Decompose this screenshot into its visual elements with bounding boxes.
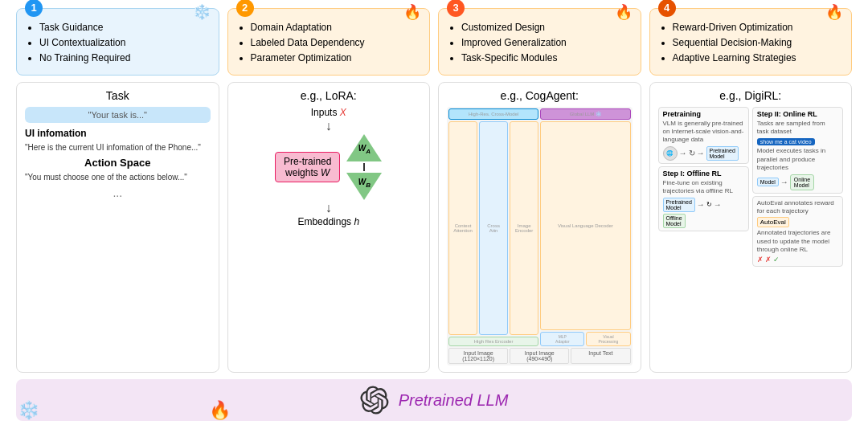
digirl-step2-section: Step II: Online RL Tasks are sampled fro… xyxy=(752,107,843,194)
snowflake-icon: ❄️ xyxy=(193,1,211,24)
card2-item1: Domain Adaptation xyxy=(251,20,420,35)
mid-card-task: Task "Your task is..." UI infomation "He… xyxy=(16,82,219,373)
cog-left-col: High-Res. Cross-Model ContextAttention C… xyxy=(448,108,538,346)
top-row: 1 ❄️ Task Guidance UI Contextualization … xyxy=(16,8,852,76)
cog-modules-row: ContextAttention CrossAttn ImageEncoder xyxy=(448,121,538,335)
cog-vis-proc: VisualProcessing xyxy=(586,332,630,346)
digirl-autoeval-text: AutoEval annotates reward for each traje… xyxy=(757,199,838,216)
digirl-right-col: Step II: Online RL Tasks are sampled fro… xyxy=(752,107,843,366)
card4-item3: Adaptive Learning Strategies xyxy=(673,51,842,66)
lora-vertical-line xyxy=(363,163,365,171)
digirl-offline-chain: ↻ xyxy=(706,201,712,208)
card3-item2: Improved Generalization xyxy=(461,35,631,51)
lora-wa-label: WA xyxy=(358,144,371,155)
cogagent-diagram: High-Res. Cross-Model ContextAttention C… xyxy=(447,107,633,366)
lora-diagram: Inputs X ↓ Pre-trainedweights W xyxy=(236,107,422,227)
digirl-step2-model: Model xyxy=(757,178,779,186)
digirl-pretraining-text: VLM is generally pre-trained on Internet… xyxy=(663,120,744,145)
digirl-step2-flow: Model → OnlineModel xyxy=(757,174,838,190)
cog-hires-box: High-Res. Cross-Model xyxy=(448,108,538,120)
lora-embeddings: Embeddings h xyxy=(297,216,359,227)
digirl-chain: ↻ xyxy=(689,149,695,157)
bottom-row: Pretrained LLM xyxy=(16,379,852,421)
digirl-offline-model: OfflineModel xyxy=(663,214,686,228)
fire-icon-2: 🔥 xyxy=(403,1,421,24)
cog-module2: CrossAttn xyxy=(479,121,508,335)
fire-icon-3: 🔥 xyxy=(615,1,633,24)
digirl-pretrain-flow: 🌐 → ↻ → PretrainedModel xyxy=(663,146,744,161)
digirl-step2b-text: Model executes tasks in parallel and pro… xyxy=(757,147,838,172)
cog-module3: ImageEncoder xyxy=(510,121,538,335)
mid-card-digirl: e.g., DigiRL: Pretraining VLM is general… xyxy=(649,82,853,373)
digirl-online-model-box: OnlineModel xyxy=(790,174,814,190)
top-card-4: 4 🔥 Reward-Driven Optimization Sequentia… xyxy=(649,8,853,76)
mid-card-lora: e.g., LoRA: Inputs X ↓ Pre-trainedweight… xyxy=(227,82,431,373)
mid-card-cogagent-title: e.g., CogAgent: xyxy=(501,89,579,102)
top-card-1: 1 ❄️ Task Guidance UI Contextualization … xyxy=(16,8,219,76)
lora-wb-label: WB xyxy=(358,178,371,189)
action-text: "You must choose one of the actions belo… xyxy=(25,172,211,183)
card3-item3: Task-Specific Modules xyxy=(461,51,631,66)
cog-label2: Input Image (490×490) xyxy=(510,348,569,364)
digirl-step1-title: Step I: Offline RL xyxy=(663,170,744,178)
lora-pretrained-box: Pre-trainedweights W xyxy=(275,152,340,182)
card2-list: Domain Adaptation Labeled Data Dependenc… xyxy=(238,20,420,67)
fire-icon-4: 🔥 xyxy=(825,1,843,24)
card2-item3: Parameter Optimization xyxy=(251,51,420,66)
digirl-step1-section: Step I: Offline RL Fine-tune on existing… xyxy=(658,166,749,231)
lora-inputs: Inputs X xyxy=(311,107,346,118)
task-content: "Your task is..." UI infomation "Here is… xyxy=(25,107,211,199)
x-icon-2: ✗ xyxy=(765,255,772,264)
digirl-content: Pretraining VLM is generally pre-trained… xyxy=(658,107,844,366)
digirl-pretrained-model: PretrainedModel xyxy=(706,146,739,161)
card1-item2: UI Contextualization xyxy=(39,35,209,51)
badge-2: 2 xyxy=(236,0,254,17)
card1-item1: Task Guidance xyxy=(39,20,209,35)
top-card-2: 2 🔥 Domain Adaptation Labeled Data Depen… xyxy=(227,8,431,76)
digirl-autoeval-section: AutoEval annotates reward for each traje… xyxy=(752,196,843,268)
cog-right-col: Global LLM ❄️ Visual Language Decoder ML… xyxy=(540,108,630,346)
mid-card-lora-title: e.g., LoRA: xyxy=(301,89,357,102)
digirl-step1-pretrained: PretrainedModel xyxy=(663,198,695,212)
dots: ... xyxy=(25,186,211,199)
digirl-show-me: show me a cat video xyxy=(757,137,838,145)
ui-info-text: "Here is the current UI infomation of th… xyxy=(25,142,211,153)
cog-label1: Input Image (1120×1120) xyxy=(448,348,508,364)
cog-label3: Input Text xyxy=(571,348,630,364)
top-card-3: 3 🔥 Customized Design Improved Generaliz… xyxy=(438,8,641,76)
main-container: 1 ❄️ Task Guidance UI Contextualization … xyxy=(0,0,868,429)
badge-3: 3 xyxy=(447,0,465,17)
show-me-button[interactable]: show me a cat video xyxy=(757,138,815,145)
digirl-step1-text: Fine-tune on existing trajectories via o… xyxy=(663,179,744,196)
digirl-top-section: Pretraining VLM is generally pre-trained… xyxy=(658,107,844,366)
mid-card-digirl-title: e.g., DigiRL: xyxy=(719,89,781,102)
x-icon: ✗ xyxy=(757,255,764,264)
digirl-xcheck-row: ✗ ✗ ✓ xyxy=(757,255,838,264)
openai-logo-icon xyxy=(360,386,389,415)
digirl-pretraining-title: Pretraining xyxy=(663,110,744,118)
check-icon: ✓ xyxy=(773,255,780,264)
cogagent-diagram-container: High-Res. Cross-Model ContextAttention C… xyxy=(447,107,633,366)
digirl-annotated-text: Annotated trajectories are used to updat… xyxy=(757,229,838,254)
lora-wa-container: WA xyxy=(346,134,382,161)
cog-bottom-labels: Input Image (1120×1120) Input Image (490… xyxy=(448,348,631,364)
pretrained-llm-label: Pretrained LLM xyxy=(399,391,509,410)
lora-pretrained-section: Pre-trainedweights W xyxy=(275,152,340,182)
digirl-step1-arrow: → xyxy=(697,200,705,209)
bottom-right-fire-icon: 🔥 xyxy=(209,400,231,421)
card3-item1: Customized Design xyxy=(461,20,631,35)
cog-top-row: High-Res. Cross-Model ContextAttention C… xyxy=(448,108,631,346)
cog-module1: ContextAttention xyxy=(448,121,477,335)
middle-row: Task "Your task is..." UI infomation "He… xyxy=(16,82,852,373)
mid-card-task-title: Task xyxy=(106,89,129,102)
digirl-autoeval-box: AutoEval xyxy=(757,217,789,227)
lora-arrow-down-2: ↓ xyxy=(326,202,332,214)
card3-list: Customized Design Improved Generalizatio… xyxy=(448,20,631,67)
digirl-arrow1: → xyxy=(679,149,687,157)
lora-middle-section: Pre-trainedweights W WA WB xyxy=(275,134,382,200)
digirl-step1-flow: PretrainedModel → ↻ → OfflineModel xyxy=(663,198,744,228)
action-space-label: Action Space xyxy=(25,157,211,169)
card4-item2: Sequential Decision-Making xyxy=(673,35,842,51)
lora-wa-wb-section: WA WB xyxy=(346,134,382,200)
ui-info-label: UI infomation xyxy=(25,128,211,139)
